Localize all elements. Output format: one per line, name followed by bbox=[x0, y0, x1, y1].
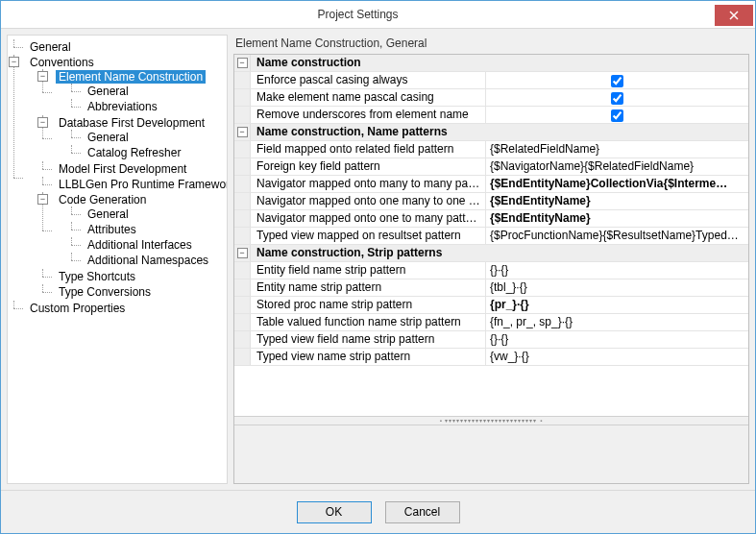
tree-item-runtime[interactable]: LLBLGen Pro Runtime Framework bbox=[56, 178, 228, 191]
category-row[interactable]: − Name construction, Strip patterns bbox=[234, 245, 748, 262]
tree-item-cg-interfaces[interactable]: Additional Interfaces bbox=[85, 238, 195, 252]
property-name: Navigator mapped onto one many to one pa… bbox=[251, 193, 486, 209]
property-value[interactable]: {}·{} bbox=[486, 331, 748, 348]
dialog-window: Project Settings General − Conventions − bbox=[0, 0, 756, 534]
tree-item-element-name-construction[interactable]: Element Name Construction bbox=[56, 70, 206, 84]
property-row[interactable]: Foreign key field pattern {$NavigatorNam… bbox=[234, 158, 748, 176]
navigation-tree[interactable]: General − Conventions − Element Name Con… bbox=[7, 35, 228, 484]
property-name: Field mapped onto related field pattern bbox=[251, 141, 486, 158]
property-name: Entity field name strip pattern bbox=[251, 262, 486, 279]
property-name: Typed view field name strip pattern bbox=[251, 331, 486, 348]
property-row[interactable]: Typed view name strip pattern {vw_}·{} bbox=[234, 349, 748, 366]
property-row[interactable]: Entity name strip pattern {tbl_}·{} bbox=[234, 279, 748, 297]
expand-icon[interactable]: − bbox=[37, 194, 48, 205]
tree-item-type-shortcuts[interactable]: Type Shortcuts bbox=[56, 270, 138, 283]
tree-item-custom-properties[interactable]: Custom Properties bbox=[27, 302, 128, 315]
property-value[interactable]: {$RelatedFieldName} bbox=[486, 141, 748, 158]
tree-item-conventions[interactable]: Conventions bbox=[27, 56, 97, 69]
collapse-icon[interactable]: − bbox=[237, 58, 248, 68]
property-row[interactable]: Remove underscores from element name bbox=[234, 107, 748, 124]
dialog-footer: OK Cancel bbox=[1, 490, 755, 533]
collapse-icon[interactable]: − bbox=[237, 248, 248, 258]
grid-blank-area bbox=[234, 366, 748, 416]
tree-item-cg-namespaces[interactable]: Additional Namespaces bbox=[85, 254, 211, 267]
close-button[interactable] bbox=[715, 5, 753, 26]
property-value[interactable]: {$NavigatorName}{$RelatedFieldName} bbox=[486, 158, 748, 175]
tree-item-modelfirst[interactable]: Model First Development bbox=[56, 162, 189, 176]
tree-item-dbfirst-catalog[interactable]: Catalog Refresher bbox=[85, 146, 183, 159]
property-value[interactable]: {$EndEntityName} bbox=[486, 193, 748, 209]
category-row[interactable]: − Name construction bbox=[234, 55, 748, 72]
property-name: Typed view name strip pattern bbox=[251, 349, 486, 365]
tree-item-cg-attributes[interactable]: Attributes bbox=[85, 223, 139, 236]
property-name: Table valued function name strip pattern bbox=[251, 314, 486, 330]
property-name: Make element name pascal casing bbox=[251, 89, 486, 106]
property-row[interactable]: Entity field name strip pattern {}·{} bbox=[234, 262, 748, 279]
property-value[interactable]: {$ProcFunctionName}{$ResultsetName}Typed… bbox=[486, 228, 748, 244]
tree-item-type-conversions[interactable]: Type Conversions bbox=[56, 285, 154, 299]
property-row[interactable]: Typed view field name strip pattern {}·{… bbox=[234, 331, 748, 349]
property-value[interactable]: {$EndEntityName}CollectionVia{$Interme… bbox=[486, 176, 748, 192]
tree-item-general[interactable]: General bbox=[27, 40, 74, 54]
tree-item-enc-abbreviations[interactable]: Abbreviations bbox=[85, 100, 160, 113]
property-name: Remove underscores from element name bbox=[251, 107, 486, 123]
property-value[interactable]: {pr_}·{} bbox=[486, 297, 748, 313]
property-name: Foreign key field pattern bbox=[251, 158, 486, 175]
window-title: Project Settings bbox=[1, 8, 715, 21]
breadcrumb: Element Name Construction, General bbox=[233, 35, 749, 54]
property-name: Navigator mapped onto many to many patte… bbox=[251, 176, 486, 192]
checkbox-make-pascal[interactable] bbox=[611, 92, 623, 105]
cancel-button[interactable]: Cancel bbox=[385, 501, 460, 523]
tree-item-cg-general[interactable]: General bbox=[85, 207, 132, 221]
property-row[interactable]: Table valued function name strip pattern… bbox=[234, 314, 748, 331]
ok-button[interactable]: OK bbox=[297, 501, 372, 523]
description-splitter[interactable]: ▪ ▾▾▾▾▾▾▾▾▾▾▾▾▾▾▾▾▾▾▾▾▾▾▾▾ ▪ bbox=[234, 416, 748, 425]
property-name: Enforce pascal casing always bbox=[251, 72, 486, 88]
tree-item-codegen[interactable]: Code Generation bbox=[56, 193, 149, 206]
description-pane bbox=[234, 425, 748, 483]
property-row[interactable]: Enforce pascal casing always bbox=[234, 72, 748, 89]
property-name: Entity name strip pattern bbox=[251, 279, 486, 296]
property-value[interactable]: {tbl_}·{} bbox=[486, 279, 748, 296]
expand-icon[interactable]: − bbox=[37, 71, 48, 82]
property-value[interactable]: {}·{} bbox=[486, 262, 748, 279]
expand-icon[interactable]: − bbox=[37, 117, 48, 128]
property-row[interactable]: Typed view mapped on resultset pattern {… bbox=[234, 228, 748, 245]
property-value[interactable]: {$EndEntityName} bbox=[486, 210, 748, 227]
close-icon bbox=[729, 11, 739, 20]
title-bar: Project Settings bbox=[1, 1, 755, 29]
property-row[interactable]: Field mapped onto related field pattern … bbox=[234, 141, 748, 158]
expand-icon[interactable]: − bbox=[9, 57, 19, 67]
checkbox-remove-underscores[interactable] bbox=[611, 109, 623, 122]
property-value[interactable]: {vw_}·{} bbox=[486, 349, 748, 365]
property-row[interactable]: Stored proc name strip pattern {pr_}·{} bbox=[234, 297, 748, 314]
tree-item-dbfirst-general[interactable]: General bbox=[85, 131, 132, 144]
tree-item-enc-general[interactable]: General bbox=[85, 85, 132, 98]
collapse-icon[interactable]: − bbox=[237, 127, 248, 137]
tree-item-dbfirst[interactable]: Database First Development bbox=[56, 116, 207, 130]
property-name: Navigator mapped onto one to many patter… bbox=[251, 210, 486, 227]
property-name: Stored proc name strip pattern bbox=[251, 297, 486, 313]
dialog-body: General − Conventions − Element Name Con… bbox=[1, 29, 755, 490]
property-name: Typed view mapped on resultset pattern bbox=[251, 228, 486, 244]
category-row[interactable]: − Name construction, Name patterns bbox=[234, 124, 748, 141]
property-row[interactable]: Navigator mapped onto many to many patte… bbox=[234, 176, 748, 193]
property-row[interactable]: Navigator mapped onto one many to one pa… bbox=[234, 193, 748, 210]
settings-pane: Element Name Construction, General − Nam… bbox=[233, 35, 749, 484]
property-row[interactable]: Make element name pascal casing bbox=[234, 89, 748, 107]
checkbox-enforce-pascal[interactable] bbox=[611, 75, 623, 87]
property-value[interactable]: {fn_, pr_, sp_}·{} bbox=[486, 314, 748, 330]
property-row[interactable]: Navigator mapped onto one to many patter… bbox=[234, 210, 748, 228]
property-grid: − Name construction Enforce pascal casin… bbox=[233, 54, 749, 484]
